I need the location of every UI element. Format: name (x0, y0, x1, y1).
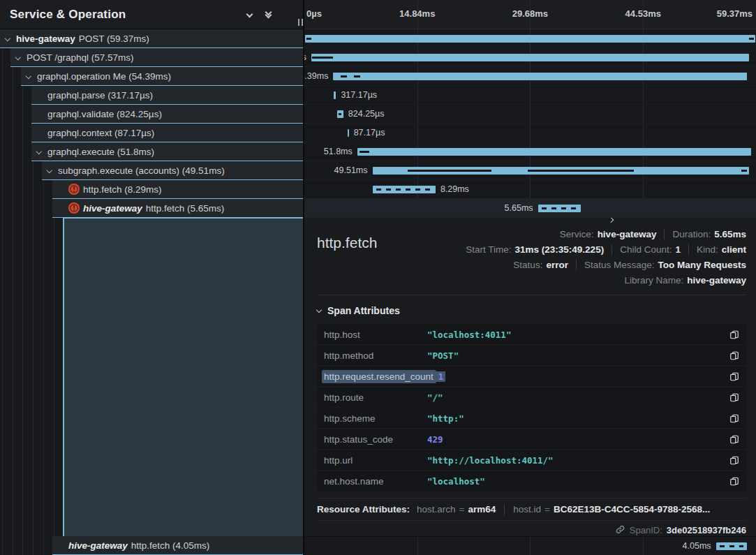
tree-row-block: !hive-gatewayhttp.fetch (5.65ms) (52, 199, 303, 218)
tree-row[interactable]: !http.fetch (8.29ms) (0, 180, 303, 199)
span-bar[interactable] (337, 110, 343, 118)
chevron-down-icon[interactable] (44, 168, 54, 172)
tree-row[interactable]: subgraph.execute (accounts) (49.51ms) (0, 161, 303, 180)
link-icon[interactable] (615, 524, 625, 537)
tree-row[interactable]: graphql.validate (824.25µs) (0, 105, 303, 124)
span-bar[interactable] (373, 167, 750, 175)
tree-row[interactable]: hive-gatewayhttp.fetch (4.05ms) (0, 536, 303, 555)
chevron-down-icon[interactable] (23, 74, 34, 78)
span-label: graphql.context (87.17µs) (47, 128, 154, 138)
attribute-row: http.method"POST" (317, 346, 746, 365)
selected-text: 1 (436, 371, 446, 382)
tree-row[interactable]: POST /graphql (57.57ms) (0, 48, 303, 67)
double-chevron-down-icon[interactable] (266, 12, 271, 17)
attribute-key: http.status_code (324, 434, 427, 445)
tree-row-block: graphql.operation Me (54.39ms) (21, 67, 303, 86)
span-bar[interactable] (305, 35, 755, 43)
span-label: http.fetch (8.29ms) (83, 184, 162, 195)
span-bar[interactable] (334, 91, 336, 99)
bottom-timeline-row: 4.05ms (304, 536, 756, 555)
axis-tick-label: 29.68ms (512, 8, 548, 19)
span-bar[interactable] (348, 129, 349, 137)
attribute-value: "/" (427, 392, 729, 403)
tree-row[interactable]: !hive-gatewayhttp.fetch (5.65ms) (0, 199, 303, 218)
chevron-right-icon (608, 218, 614, 223)
span-bar[interactable] (538, 205, 581, 212)
meta-label: Status Message: (584, 260, 655, 270)
resource-pairs: host.arch=arm64host.id=BC62E13B-C4CC-585… (417, 504, 710, 515)
child-span-tick (341, 75, 347, 77)
resource-attributes-row[interactable]: Resource Attributes: host.arch=arm64host… (317, 498, 746, 521)
waterfall-row[interactable]: 57.57ms (304, 48, 756, 67)
attributes-list: http.host"localhost:4011"http.method"POS… (317, 325, 746, 491)
waterfall-row[interactable]: 49.51ms (304, 161, 756, 180)
resource-value: arm64 (468, 504, 496, 515)
copy-icon[interactable] (729, 350, 739, 361)
tree-row[interactable]: graphql.execute (51.8ms) (0, 142, 303, 161)
panel-resize-divider[interactable] (303, 0, 304, 555)
attribute-row: http.status_code429 (317, 429, 746, 449)
meta-value: Too Many Requests (658, 260, 746, 270)
waterfall: 57.57ms54.39ms317.17µs824.25µs87.17µs51.… (304, 29, 756, 218)
chevron-down-icon[interactable] (34, 149, 44, 154)
span-bar[interactable] (716, 542, 747, 550)
child-span-tick (528, 170, 634, 172)
waterfall-row[interactable]: 54.39ms (304, 67, 756, 86)
selected-span-detail-region (63, 218, 303, 536)
copy-icon[interactable] (729, 392, 739, 403)
span-label: graphql.parse (317.17µs) (47, 90, 153, 101)
attribute-key: http.method (324, 350, 427, 361)
copy-icon[interactable] (729, 371, 739, 382)
waterfall-row[interactable]: 5.65ms (304, 199, 756, 218)
divider (317, 295, 746, 295)
axis-tick-label: 0µs (306, 8, 322, 19)
tree-row[interactable]: graphql.context (87.17µs) (0, 124, 303, 142)
span-tree-panel: Service & Operation hive-gatewayPOST (59… (0, 0, 303, 555)
meta-label: Status: (513, 260, 542, 270)
meta-divider (688, 244, 689, 255)
waterfall-row[interactable]: 87.17µs (304, 124, 756, 142)
copy-icon[interactable] (729, 413, 739, 424)
span-label: graphql.operation Me (54.39ms) (37, 71, 171, 82)
tree-row[interactable]: graphql.operation Me (54.39ms) (0, 67, 303, 86)
chevron-down-icon[interactable] (13, 55, 23, 59)
attribute-value: 429 (427, 434, 729, 445)
meta-pair: Status:error (513, 258, 568, 272)
tree-row[interactable]: hive-gatewayPOST (59.37ms) (0, 29, 303, 48)
duration-label: 49.51ms (334, 165, 368, 175)
chevron-down-icon[interactable] (2, 36, 13, 40)
meta-pair: Status Message:Too Many Requests (584, 258, 746, 272)
span-label: http.fetch (4.05ms) (131, 540, 210, 551)
span-bar[interactable] (333, 73, 747, 80)
timeline-panel: 0µs14.84ms29.68ms44.53ms59.37ms 57.57ms5… (304, 0, 756, 555)
chevron-down-icon[interactable] (246, 11, 253, 18)
waterfall-row[interactable]: 4.05ms (304, 537, 756, 555)
tree-row[interactable]: graphql.parse (317.17µs) (0, 86, 303, 105)
attribute-key: http.host (324, 330, 427, 340)
meta-line: Status:errorStatus Message:Too Many Requ… (513, 258, 746, 272)
copy-icon[interactable] (729, 476, 739, 487)
span-bar[interactable] (357, 148, 752, 156)
child-span-tick (360, 151, 369, 153)
span-bar[interactable] (373, 186, 436, 193)
span-id-row: SpanID: 3de02518937fb246 (317, 521, 746, 536)
waterfall-row[interactable]: 8.29ms (304, 180, 756, 199)
meta-value: hive-gateway (687, 275, 746, 286)
span-bar[interactable] (311, 54, 749, 61)
meta-label: Duration: (672, 229, 711, 239)
child-span-tick (354, 75, 360, 77)
attribute-key: http.scheme (324, 413, 427, 424)
copy-icon[interactable] (729, 330, 739, 340)
waterfall-row[interactable]: 51.8ms (304, 142, 756, 161)
span-attributes-header[interactable]: Span Attributes (317, 305, 746, 316)
chevron-down-icon (316, 306, 322, 312)
copy-icon[interactable] (729, 434, 739, 445)
tree-row-block: graphql.context (87.17µs) (31, 124, 303, 142)
waterfall-row[interactable] (304, 29, 756, 48)
resource-divider (504, 504, 505, 515)
resize-handle-icon[interactable] (298, 19, 303, 26)
waterfall-row[interactable]: 317.17µs (304, 86, 756, 105)
waterfall-row[interactable]: 824.25µs (304, 105, 756, 124)
copy-icon[interactable] (729, 455, 739, 466)
child-span-tick (312, 57, 333, 59)
